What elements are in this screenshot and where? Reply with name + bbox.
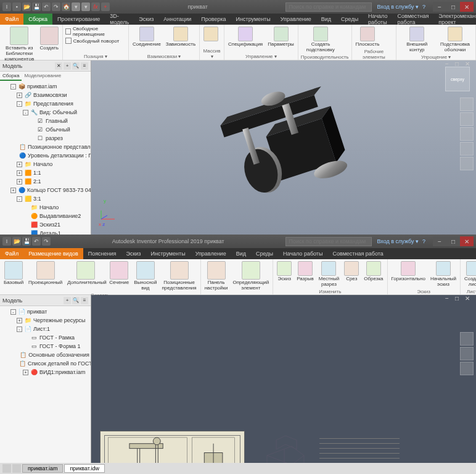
- ribbon-button[interactable]: Спецификация: [227, 26, 264, 48]
- tree-node[interactable]: 🟠Выдавливание2: [2, 212, 89, 220]
- tab2-tools[interactable]: Инструменты: [146, 248, 191, 259]
- tree-node[interactable]: ☐разрез: [2, 134, 89, 143]
- qat-undo-icon[interactable]: ↶: [42, 2, 51, 11]
- ribbon-button[interactable]: Горизонтально: [390, 260, 427, 283]
- tree-node[interactable]: 🟥Эскиз21: [2, 220, 89, 229]
- tab-3dmodel[interactable]: 3D-модель: [105, 14, 134, 25]
- ribbon-button[interactable]: Зависимость: [165, 26, 197, 48]
- tab2-getstarted[interactable]: Начало работы: [278, 248, 327, 259]
- tab-inspect[interactable]: Проверка: [196, 14, 231, 25]
- tree-node[interactable]: ▭ГОСТ - Рамка: [2, 333, 89, 342]
- browser-close-icon[interactable]: ✕: [55, 62, 62, 70]
- nav-lookat-icon[interactable]: [460, 157, 474, 170]
- browser-search-icon-2[interactable]: 🔍: [72, 297, 80, 304]
- ribbon-button[interactable]: Создать: [38, 26, 59, 52]
- browser-menu-icon[interactable]: ≡: [81, 62, 88, 70]
- nav-orbit-icon[interactable]: [460, 142, 474, 156]
- ribbon-button[interactable]: Соединение: [131, 26, 162, 48]
- help-icon-2[interactable]: ?: [422, 238, 425, 244]
- qat-fx-icon[interactable]: fx: [91, 2, 100, 11]
- browser-tab-modeling[interactable]: Моделирование: [22, 72, 64, 81]
- ribbon-button[interactable]: Создать подстановку: [301, 26, 340, 54]
- tree-node[interactable]: ☑Обычный: [2, 125, 89, 134]
- app-icon-2[interactable]: I: [2, 237, 11, 246]
- qat-redo-icon[interactable]: ↷: [52, 2, 60, 11]
- maximize-button[interactable]: □: [446, 2, 460, 12]
- browser-plus-icon[interactable]: +: [64, 62, 71, 70]
- tab2-manage[interactable]: Управление: [191, 248, 231, 259]
- tab2-placeviews[interactable]: Размещение видов: [23, 248, 83, 259]
- qat-appearance-icon[interactable]: ▾: [72, 2, 80, 11]
- ribbon-button[interactable]: Разрыв: [295, 260, 315, 283]
- ribbon-button[interactable]: Определяющий элемент: [232, 260, 271, 292]
- tree-node[interactable]: +📁Чертежные ресурсы: [2, 316, 89, 325]
- tree-node[interactable]: +🟧2:1: [2, 177, 89, 186]
- ribbon-button[interactable]: Срез: [343, 260, 360, 283]
- vp2-restore-icon[interactable]: □: [455, 295, 464, 304]
- qat-new-icon[interactable]: ▪: [12, 2, 21, 11]
- tab-view[interactable]: Вид: [316, 14, 336, 25]
- close-button-2[interactable]: ✕: [460, 236, 474, 246]
- nav-wheel-icon[interactable]: [460, 98, 474, 111]
- tree-node[interactable]: +🔴ВИД1:прикват.iam: [2, 368, 89, 376]
- tree-node[interactable]: 📋Позиционное представление: [2, 143, 89, 151]
- tab-electromech[interactable]: Электромеханический проект: [433, 14, 476, 25]
- qat-save-icon-2[interactable]: 💾: [22, 237, 31, 246]
- ribbon-button[interactable]: Внешний контур: [399, 26, 435, 54]
- tree-node[interactable]: 📋Список деталей по ГОСТ: прикват: [2, 359, 89, 368]
- app-icon[interactable]: I: [2, 2, 11, 11]
- ribbon-button[interactable]: Сечение: [108, 260, 130, 286]
- browser-search-icon[interactable]: 🔍: [72, 62, 80, 70]
- qat-save-icon[interactable]: 💾: [32, 2, 41, 11]
- ribbon-button[interactable]: Создать лист: [463, 260, 476, 288]
- tab2-file[interactable]: Файл: [0, 248, 23, 259]
- ribbon-button[interactable]: Местный разрез: [318, 260, 341, 288]
- ribbon-button[interactable]: Базовый: [2, 260, 25, 286]
- doctab-home-icon[interactable]: [2, 464, 11, 473]
- tab2-collab[interactable]: Совместная работа: [327, 248, 388, 259]
- ribbon-button[interactable]: Начальный эскиз: [429, 260, 458, 288]
- ribbon-button[interactable]: [202, 26, 220, 42]
- ribbon-button[interactable]: Эскиз: [276, 260, 293, 283]
- tree-node[interactable]: -📄Лист:1: [2, 325, 89, 333]
- vp2-close-icon[interactable]: ✕: [465, 295, 474, 304]
- maximize-button-2[interactable]: □: [446, 236, 460, 246]
- nav2-pan-icon[interactable]: [460, 347, 474, 360]
- ribbon-button[interactable]: Вставить из Библиотеки компонентов: [2, 26, 36, 62]
- signin-link-2[interactable]: Вход в службу ▾: [377, 238, 419, 244]
- doctab-idw[interactable]: прикват.idw: [64, 464, 104, 473]
- ribbon-button[interactable]: Выносной вид: [133, 260, 158, 292]
- doctab-iam[interactable]: прикват.iam: [22, 464, 63, 473]
- tree-node[interactable]: ☑Главный: [2, 117, 89, 125]
- browser-menu-icon-2[interactable]: ≡: [81, 297, 88, 304]
- model-tree-1[interactable]: -📦прикват.iam+🔗Взаимосвязи-📁Представлени…: [0, 81, 91, 235]
- qat-plus-icon[interactable]: +: [101, 2, 110, 11]
- browser-tab-assembly[interactable]: Сборка: [0, 72, 22, 81]
- tab-getstarted[interactable]: Начало работы: [363, 14, 392, 25]
- qat-home-icon[interactable]: 🏠: [62, 2, 70, 11]
- signin-link[interactable]: Вход в службу ▾: [377, 4, 419, 10]
- tab-tools[interactable]: Инструменты: [231, 14, 276, 25]
- tab-sketch[interactable]: Эскиз: [134, 14, 158, 25]
- tree-node[interactable]: -🟨3:1: [2, 194, 89, 203]
- qat-redo-icon-2[interactable]: ↷: [42, 237, 51, 246]
- browser-plus-icon-2[interactable]: +: [64, 297, 71, 304]
- ribbon-button[interactable]: Проекционный: [27, 260, 64, 286]
- tree-node[interactable]: 🔵Уровень детализации : Главный: [2, 151, 89, 160]
- help-icon[interactable]: ?: [422, 4, 425, 10]
- nav2-zoom-icon[interactable]: [460, 362, 474, 375]
- viewcube[interactable]: сверху: [445, 67, 470, 91]
- close-button[interactable]: ✕: [460, 2, 474, 12]
- doctab-nav-icon[interactable]: [12, 464, 21, 473]
- ribbon-check[interactable]: Свободный поворот: [65, 38, 126, 44]
- nav-zoom-icon[interactable]: [460, 127, 474, 141]
- tab-design[interactable]: Проектирование: [52, 14, 105, 25]
- ribbon-button[interactable]: Параметры: [266, 26, 295, 48]
- tab-annotate[interactable]: Аннотации: [158, 14, 196, 25]
- vp2-minimize-icon[interactable]: −: [445, 295, 454, 304]
- tree-node[interactable]: +🟧1:1: [2, 168, 89, 177]
- tab-assembly[interactable]: Сборка: [23, 14, 52, 25]
- ribbon-check[interactable]: Свободное перемещение: [65, 26, 126, 37]
- tab2-view[interactable]: Вид: [231, 248, 251, 259]
- tab-manage[interactable]: Управление: [276, 14, 316, 25]
